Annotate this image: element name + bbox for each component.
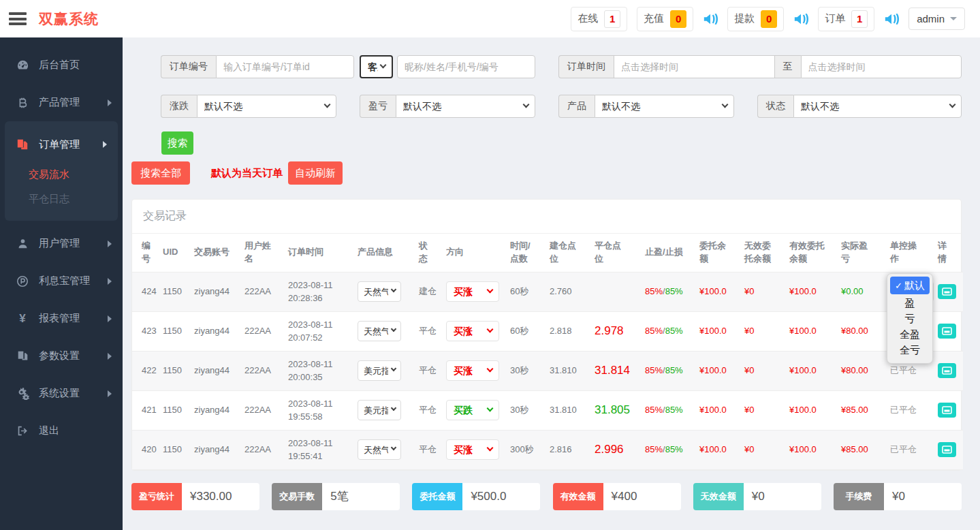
row-direction-select[interactable]: 买跌 xyxy=(447,401,499,420)
customer-search-input[interactable] xyxy=(397,55,535,78)
profit-select[interactable]: 默认不选 xyxy=(396,95,535,117)
status-filter-label: 状态 xyxy=(757,95,793,118)
sidebar-subitem-label: 交易流水 xyxy=(29,168,69,181)
customer-type-select[interactable]: 客户 xyxy=(361,57,392,77)
chevron-right-icon xyxy=(108,240,112,247)
recharge-speaker-icon[interactable] xyxy=(703,12,718,26)
dropdown-option-selected[interactable]: ✓ 默认 xyxy=(890,277,930,294)
filter-row-1: 订单编号 客户 订单时间 至 xyxy=(131,55,962,78)
detail-button[interactable] xyxy=(938,324,956,339)
status-select[interactable]: 默认不选 xyxy=(794,95,961,117)
row-direction-select[interactable]: 买涨 xyxy=(447,322,499,341)
recharge-stat[interactable]: 充值 0 xyxy=(637,7,693,31)
sidebar-item-label: 参数设置 xyxy=(39,349,80,362)
fee-pill: 手续费 ¥0 xyxy=(834,483,962,510)
chevron-right-icon xyxy=(108,99,112,106)
row-direction-select[interactable]: 买涨 xyxy=(447,440,499,459)
dropdown-option[interactable]: 亏 xyxy=(890,311,930,327)
to-label: 至 xyxy=(775,55,801,78)
withdraw-speaker-icon[interactable] xyxy=(793,12,808,26)
sidebar-subitem-close-log[interactable]: 平仓日志 xyxy=(5,187,118,211)
product-select[interactable]: 默认不选 xyxy=(595,95,733,117)
copy-files-icon xyxy=(16,349,29,363)
col-close-point: 平仓点 位 xyxy=(592,234,643,272)
pill-label: 交易手数 xyxy=(272,483,322,510)
col-id: 编 号 xyxy=(132,234,161,272)
hamburger-menu-icon[interactable] xyxy=(9,12,27,25)
sidebar-item-reports[interactable]: ¥ 报表管理 xyxy=(0,300,123,337)
detail-button[interactable] xyxy=(938,403,956,418)
top-header: 双赢系统 在线 1 充值 0 提款 0 订单 1 admin xyxy=(0,0,980,37)
withdraw-count-badge: 0 xyxy=(761,10,777,28)
row-product-select-wrap: 天然气 xyxy=(358,321,401,341)
sidebar-item-products[interactable]: 产品管理 xyxy=(0,84,123,121)
sidebar-item-users[interactable]: 用户管理 xyxy=(0,225,123,262)
sidebar-subitem-trade-flow[interactable]: 交易流水 xyxy=(5,162,118,187)
detail-button[interactable] xyxy=(938,284,956,299)
dropdown-option[interactable]: 全盈 xyxy=(890,327,930,343)
row-product-select[interactable]: 美元指数 xyxy=(358,361,400,380)
row-direction-select[interactable]: 买涨 xyxy=(447,282,499,301)
dropdown-option[interactable]: 盈 xyxy=(890,296,930,311)
row-direction-select[interactable]: 买涨 xyxy=(447,361,499,380)
sidebar-item-label: 利息宝管理 xyxy=(39,275,90,287)
sidebar-item-logout[interactable]: 退出 xyxy=(0,412,123,450)
row-product-select[interactable]: 美元指数 xyxy=(358,401,400,420)
col-open-point: 建仓点 位 xyxy=(548,234,592,272)
time-from-input[interactable] xyxy=(614,55,775,78)
order-speaker-icon[interactable] xyxy=(884,12,899,26)
row-product-select[interactable]: 天然气 xyxy=(358,322,400,341)
table-row: 423 1150 ziyang44 222AA 2023-08-1120:07:… xyxy=(132,311,963,351)
row-direction-select-wrap: 买涨 xyxy=(446,321,499,341)
pill-label: 手续费 xyxy=(834,483,884,510)
pill-label: 无效金额 xyxy=(693,483,744,510)
order-no-input[interactable] xyxy=(216,55,354,78)
action-row: 搜索全部 默认为当天订单 自动刷新 xyxy=(131,161,962,185)
order-stat[interactable]: 订单 1 xyxy=(818,7,874,31)
check-icon: ✓ xyxy=(895,281,902,291)
detail-button[interactable] xyxy=(938,442,956,457)
sidebar-item-label: 报表管理 xyxy=(39,312,80,325)
header-stats: 在线 1 充值 0 提款 0 订单 1 admin xyxy=(571,7,965,31)
col-entrust: 委托余 额 xyxy=(697,234,742,272)
row-product-select[interactable]: 天然气 xyxy=(358,282,400,301)
time-to-input[interactable] xyxy=(801,55,962,78)
col-name: 用户姓 名 xyxy=(242,234,286,272)
valid-amount-pill: 有效金额 ¥400 xyxy=(553,483,681,510)
sidebar-item-label: 产品管理 xyxy=(39,96,80,109)
today-orders-note: 默认为当天订单 xyxy=(211,167,283,180)
col-detail: 详 情 xyxy=(936,234,963,272)
row-direction-select-wrap: 买涨 xyxy=(446,360,499,381)
search-button[interactable]: 搜索 xyxy=(161,131,193,155)
brand-title: 双赢系统 xyxy=(39,10,99,29)
chevron-right-icon xyxy=(108,353,112,360)
yen-icon: ¥ xyxy=(16,312,29,326)
sidebar-item-dashboard[interactable]: 后台首页 xyxy=(0,46,123,84)
updown-label: 涨跌 xyxy=(161,95,197,118)
row-product-select[interactable]: 天然气 xyxy=(358,440,400,459)
col-invalid: 无效委 托余额 xyxy=(742,234,787,272)
dashboard-gauge-icon xyxy=(16,59,29,72)
admin-username: admin xyxy=(917,13,945,25)
sidebar-group-orders: 订单管理 交易流水 平仓日志 xyxy=(5,121,118,221)
search-all-button[interactable]: 搜索全部 xyxy=(131,161,190,185)
main-content: 订单编号 客户 订单时间 至 涨跌 默认不选 xyxy=(123,37,980,530)
col-profit: 实际盈 亏 xyxy=(839,234,888,272)
sidebar-item-order-management[interactable]: 订单管理 xyxy=(5,127,118,162)
auto-refresh-button[interactable]: 自动刷新 xyxy=(288,161,343,185)
pill-label: 盈亏统计 xyxy=(131,483,182,510)
detail-button[interactable] xyxy=(938,363,956,378)
dropdown-option[interactable]: 全亏 xyxy=(890,343,930,358)
online-label: 在线 xyxy=(578,12,598,25)
sidebar-item-parameters[interactable]: 参数设置 xyxy=(0,337,123,375)
admin-menu[interactable]: admin xyxy=(908,7,965,30)
sidebar-item-label: 退出 xyxy=(39,424,59,437)
updown-select[interactable]: 默认不选 xyxy=(197,95,336,117)
withdraw-stat[interactable]: 提款 0 xyxy=(727,7,784,31)
pill-value: ¥330.00 xyxy=(182,483,259,510)
sidebar-subitem-label: 平仓日志 xyxy=(29,193,69,206)
sidebar-item-system[interactable]: 系统设置 xyxy=(0,375,123,412)
col-status: 状 态 xyxy=(417,234,444,272)
sidebar-item-interest[interactable]: 利息宝管理 xyxy=(0,262,123,300)
online-stat[interactable]: 在线 1 xyxy=(571,7,627,31)
